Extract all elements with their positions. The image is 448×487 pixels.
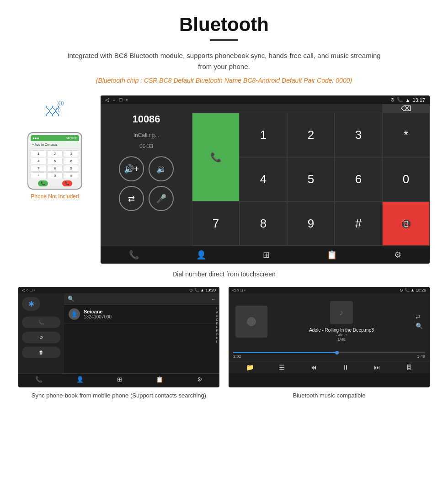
key-star[interactable]: * (382, 113, 430, 157)
key-5[interactable]: 5 (287, 157, 335, 201)
screenshot-icon: ▫ (126, 97, 128, 103)
pb-nav-transfer[interactable]: 📋 (156, 376, 163, 383)
dial-number: 10086 (132, 113, 160, 125)
volume-down-btn[interactable]: 🔉 (149, 156, 174, 181)
music-call-icon: 📞 (405, 288, 410, 292)
alpha-i: I (216, 340, 219, 343)
prev-track-icon[interactable]: ⏮ (310, 364, 317, 371)
pb-nav-contact[interactable]: 👤 (76, 376, 84, 383)
alpha-d: D (216, 322, 219, 325)
pb-wifi-icon: ▲ (200, 288, 204, 292)
dialer-statusbar: ◁ ○ □ ▫ ⊙ 📞 ▲ 13:17 (101, 95, 430, 104)
phone-not-included-label: Phone Not Included (31, 193, 79, 200)
pb-search-bar[interactable]: 🔍 ← (64, 293, 219, 305)
folder-icon[interactable]: 📁 (246, 364, 254, 371)
music-statusbar: ◁ ○ □ ▫ ⊙ 📞 ▲ 13:26 (229, 287, 430, 293)
pb-recents-icon: □ (30, 288, 32, 292)
call-btn[interactable]: 📞 (192, 113, 240, 201)
bluetooth-icon-area: )))) ))) ⯵ (37, 95, 73, 127)
phone-top-bar: ●●●MORE (31, 135, 79, 141)
pb-statusbar: ◁ ○ □ ▫ ⊙ 📞 ▲ 13:20 (18, 287, 219, 293)
key-4[interactable]: 4 (240, 157, 287, 201)
main-section: )))) ))) ⯵ ●●●MORE + Add to Contacts 123… (18, 95, 430, 264)
key-6[interactable]: 6 (335, 157, 382, 201)
transfer-btn[interactable]: ⇄ (119, 186, 144, 211)
key-9[interactable]: 9 (287, 201, 335, 246)
search-music-icon[interactable]: 🔍 (416, 323, 423, 329)
nav-contact-icon[interactable]: 👤 (196, 250, 206, 260)
pb-screenshot-icon: ▫ (33, 288, 35, 292)
music-caption: Bluetooth music compatible (229, 391, 430, 400)
recents-icon: □ (119, 97, 123, 103)
dialer-content: 10086 InCalling... 00:33 🔊+ 🔉 ⇄ 🎤 ⌫ (101, 104, 430, 246)
pb-back-arrow: ← (211, 296, 216, 302)
pb-alphabet-bar: * A B C D E F G H I (216, 307, 219, 343)
music-location-icon: ⊙ (400, 288, 403, 292)
eq-icon[interactable]: 🎛 (406, 364, 412, 371)
orange-note: (Bluetooth chip : CSR BC8 Default Blueto… (18, 77, 430, 84)
pb-nav-settings[interactable]: ⚙ (197, 376, 203, 383)
pb-contact-name: Seicane (84, 309, 112, 314)
dialer-left-panel: 10086 InCalling... 00:33 🔊+ 🔉 ⇄ 🎤 (101, 104, 192, 246)
music-controls: 📁 ☰ ⏮ ⏸ ⏭ 🎛 (229, 361, 430, 373)
music-screen: ◁ ○ □ ▫ ⊙ 📞 ▲ 13:26 (229, 287, 430, 387)
music-right: ♪ Adele - Rolling In the Deep.mp3 Adele … (272, 301, 411, 342)
album-circle (247, 317, 256, 326)
play-pause-icon[interactable]: ⏸ (342, 364, 349, 371)
nav-transfer-icon[interactable]: 📋 (327, 250, 337, 260)
dialer-screen: ◁ ○ □ ▫ ⊙ 📞 ▲ 13:17 10086 InCalling... (101, 95, 430, 264)
pb-statusbar-left: ◁ ○ □ ▫ (22, 288, 35, 292)
alpha-c: C (216, 318, 219, 321)
key-3[interactable]: 3 (335, 113, 382, 157)
pb-main: 🔍 ← 👤 Seicane 13241007000 * (64, 293, 219, 373)
music-progress-dot (335, 351, 339, 355)
playlist-icon[interactable]: ☰ (279, 364, 285, 371)
music-track-info: 1/48 (337, 337, 346, 342)
next-track-icon[interactable]: ⏭ (374, 364, 380, 371)
music-note-2-icon: ♪ (340, 308, 344, 318)
music-statusbar-right: ⊙ 📞 ▲ 13:26 (400, 288, 426, 292)
pb-delete-btn[interactable]: 🗑 (22, 347, 60, 358)
pb-contact-item[interactable]: 👤 Seicane 13241007000 (64, 305, 219, 324)
statusbar-nav-icons: ◁ ○ □ ▫ (105, 97, 128, 103)
music-top: ♪ ♪ Adele - Rolling In the Deep.mp3 Adel… (229, 293, 430, 349)
pb-contact-avatar: 👤 (69, 308, 80, 320)
phone-bottom-row: 📞 📞 (31, 180, 79, 186)
nav-phone-icon[interactable]: 📞 (129, 250, 139, 260)
phone-contact-row: + Add to Contacts (31, 142, 79, 147)
pb-phone-btn[interactable]: 📞 (22, 317, 60, 328)
phonebook-screenshot: ◁ ○ □ ▫ ⊙ 📞 ▲ 13:20 ✱ (18, 287, 219, 400)
bottom-screenshots: ◁ ○ □ ▫ ⊙ 📞 ▲ 13:20 ✱ (18, 287, 430, 400)
dialer-controls-row-1: 🔊+ 🔉 (119, 156, 174, 181)
delete-btn[interactable]: ⌫ (382, 104, 430, 113)
music-screenshot-icon: ▫ (244, 288, 245, 292)
dialer-nav-bar: 📞 👤 ⊞ 📋 ⚙ (101, 246, 430, 264)
key-8[interactable]: 8 (240, 201, 287, 246)
time-display: 13:17 (412, 97, 425, 103)
music-second-art: ♪ (330, 301, 353, 324)
mute-btn[interactable]: 🎤 (149, 186, 174, 211)
pb-home-icon: ○ (27, 288, 29, 292)
volume-up-btn[interactable]: 🔊+ (119, 156, 144, 181)
shuffle-icon[interactable]: ⇄ (416, 313, 423, 320)
nav-settings-icon[interactable]: ⚙ (394, 250, 401, 260)
nav-grid-icon[interactable]: ⊞ (263, 250, 270, 260)
wifi-icon: ▲ (405, 97, 411, 103)
phone-widget: )))) ))) ⯵ ●●●MORE + Add to Contacts 123… (18, 95, 91, 200)
pb-nav-phone[interactable]: 📞 (35, 376, 43, 383)
key-2[interactable]: 2 (287, 113, 335, 157)
music-progress-bar[interactable] (233, 352, 425, 353)
key-1[interactable]: 1 (240, 113, 287, 157)
key-0[interactable]: 0 (382, 157, 430, 201)
music-side-controls: ⇄ 🔍 (416, 313, 423, 329)
pb-nav-bar: 📞 👤 ⊞ 📋 ⚙ (18, 373, 219, 385)
pb-nav-grid[interactable]: ⊞ (117, 376, 122, 383)
pb-sidebar: ✱ 📞 ↺ 🗑 (18, 293, 64, 373)
pb-sync-btn[interactable]: ↺ (22, 332, 60, 343)
music-time: 13:26 (416, 288, 426, 292)
in-calling-label: InCalling... (133, 132, 160, 138)
num-input-bar (192, 104, 382, 113)
end-call-btn[interactable]: 📵 (382, 201, 430, 246)
key-7[interactable]: 7 (192, 201, 240, 246)
key-hash[interactable]: # (335, 201, 382, 246)
